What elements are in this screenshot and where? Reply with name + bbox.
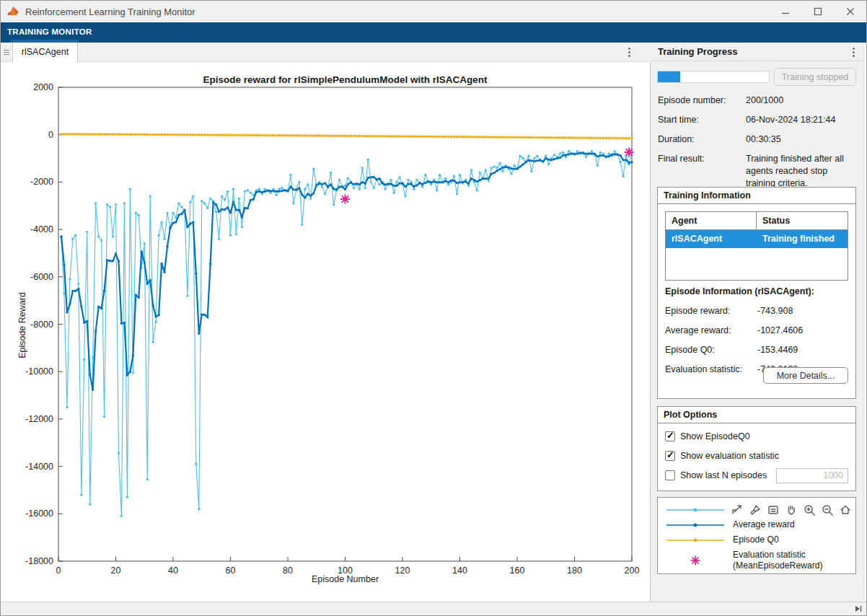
pan-icon[interactable] (785, 503, 798, 516)
checkbox-label: Show EpisodeQ0 (680, 431, 750, 441)
legend-item[interactable]: Episode Q0 (658, 532, 855, 547)
svg-text:-16000: -16000 (25, 509, 53, 519)
panel-header: Training Progress (651, 43, 863, 61)
training-progress-panel: Training Progress Training stopped Episo… (651, 43, 863, 603)
maximize-button[interactable] (801, 1, 834, 22)
svg-text:-18000: -18000 (25, 556, 53, 566)
field-row: Start time:06-Nov-2024 18:21:44 (658, 114, 859, 126)
field-row: Duration:00:30:35 (658, 133, 859, 146)
x-axis-label: Episode Number (58, 574, 632, 584)
field-label: Final result: (658, 153, 746, 190)
asterisk-marker-icon (658, 555, 733, 566)
field-row: Episode number:200/1000 (658, 94, 859, 107)
training-progress-fields: Episode number:200/1000Start time:06-Nov… (658, 94, 859, 197)
checkbox-row: Show last N episodes (665, 470, 848, 481)
checkbox-row: Show evaluation statistic (665, 450, 848, 462)
table-header: Agent (666, 212, 757, 229)
field-row: Average reward:-1027.4606 (665, 325, 848, 337)
legend-label: Evaluation statistic(MeanEpisodeReward) (733, 550, 823, 571)
field-value: 00:30:35 (746, 133, 859, 146)
checkbox[interactable] (665, 431, 675, 441)
field-label: Start time: (658, 114, 746, 126)
window-controls (769, 1, 866, 22)
episode-information-fields: Episode reward:-743.908Average reward:-1… (665, 305, 848, 376)
drag-handle-icon[interactable] (1, 43, 13, 61)
training-information-box: Training Information AgentStatusrlSACAge… (657, 187, 856, 399)
matlab-logo-icon (6, 5, 19, 18)
episode-reward-chart[interactable]: 02040608010012014016018020020000-2000-40… (1, 62, 650, 603)
document-tabstrip: rlSACAgent (1, 43, 651, 62)
field-label: Average reward: (665, 325, 757, 337)
legend-item[interactable]: Average reward (658, 517, 855, 532)
field-label: Duration: (658, 133, 746, 146)
legend-item[interactable]: Evaluation statistic(MeanEpisodeReward) (658, 547, 855, 573)
panel-menu-icon[interactable] (847, 45, 860, 59)
svg-text:-4000: -4000 (30, 224, 53, 234)
titlebar[interactable]: Reinforcement Learning Training Monitor (1, 1, 866, 22)
restore-view-icon[interactable] (839, 503, 852, 516)
line-marker-icon (658, 520, 733, 530)
legend-label: Episode Q0 (733, 534, 779, 545)
agent-status-cell: Training finished (757, 230, 848, 248)
close-button[interactable] (834, 1, 866, 22)
toolstrip-tab-training-monitor[interactable]: TRAINING MONITOR (1, 22, 92, 41)
minimize-button[interactable] (769, 1, 801, 22)
svg-text:-6000: -6000 (30, 272, 53, 282)
figure-area: Episode reward for rlSimplePendulumModel… (1, 62, 651, 603)
expand-arrow-icon[interactable] (854, 604, 863, 613)
field-label: Evaluation statistic: (665, 364, 757, 376)
more-details-button[interactable]: More Details... (763, 367, 848, 384)
app-window: Reinforcement Learning Training Monitor … (0, 0, 867, 616)
brush-icon[interactable] (749, 503, 762, 516)
table-header-row: AgentStatus (666, 212, 848, 230)
svg-text:0: 0 (48, 130, 53, 140)
svg-text:2000: 2000 (33, 82, 53, 92)
checkbox-label: Show last N episodes (680, 470, 767, 480)
panel-title: Training Progress (658, 46, 738, 57)
plot-options-title: Plot Options (658, 407, 855, 423)
field-row: Episode Q0:-153.4469 (665, 344, 848, 356)
field-value: 200/1000 (746, 94, 859, 107)
field-row: Final result:Training finished after all… (658, 153, 859, 190)
last-n-episodes-input[interactable] (776, 468, 848, 483)
zoom-in-icon[interactable] (803, 503, 816, 516)
tabstrip-menu-icon[interactable] (622, 45, 635, 59)
field-label: Episode number: (658, 94, 746, 107)
training-progress-bar (657, 71, 770, 83)
field-value: -1027.4606 (757, 325, 848, 337)
field-value: Training finished after all agents reach… (746, 153, 859, 190)
axes-toolbar (729, 501, 853, 518)
line-marker-icon (658, 505, 733, 515)
field-label: Episode reward: (665, 305, 757, 317)
y-axis-label: Episode Reward (17, 292, 27, 358)
plot-options-box: Plot Options Show EpisodeQ0Show evaluati… (657, 406, 856, 491)
field-value: -743.908 (757, 305, 848, 317)
datatips-icon[interactable] (767, 503, 780, 516)
svg-text:-12000: -12000 (25, 414, 53, 424)
checkbox[interactable] (665, 451, 675, 461)
checkbox-label: Show evaluation statistic (680, 451, 779, 461)
agent-status-table: AgentStatusrlSACAgentTraining finished (665, 211, 848, 281)
legend-label: Average reward (733, 519, 795, 530)
training-stopped-button[interactable]: Training stopped (774, 68, 856, 86)
line-marker-icon (658, 535, 733, 545)
field-value: -153.4469 (757, 344, 848, 356)
checkbox[interactable] (665, 470, 675, 480)
tab-rlsacagent[interactable]: rlSACAgent (13, 43, 78, 62)
window-title: Reinforcement Learning Training Monitor (25, 6, 195, 17)
statusbar (1, 602, 866, 615)
export-icon[interactable] (731, 503, 744, 516)
panel-scrollbar[interactable] (863, 43, 867, 603)
agent-row[interactable]: rlSACAgentTraining finished (666, 230, 848, 248)
svg-text:-8000: -8000 (30, 320, 53, 330)
checkbox-row: Show EpisodeQ0 (665, 431, 848, 442)
svg-text:-10000: -10000 (25, 366, 53, 377)
zoom-out-icon[interactable] (821, 503, 834, 516)
field-value: 06-Nov-2024 18:21:44 (746, 114, 859, 126)
field-label: Episode Q0: (665, 344, 757, 356)
agent-name-cell: rlSACAgent (666, 230, 757, 248)
table-header: Status (757, 212, 848, 229)
training-information-title: Training Information (658, 188, 855, 204)
svg-text:-14000: -14000 (25, 462, 53, 472)
episode-information-title: Episode Information (rlSACAgent): (665, 286, 848, 296)
